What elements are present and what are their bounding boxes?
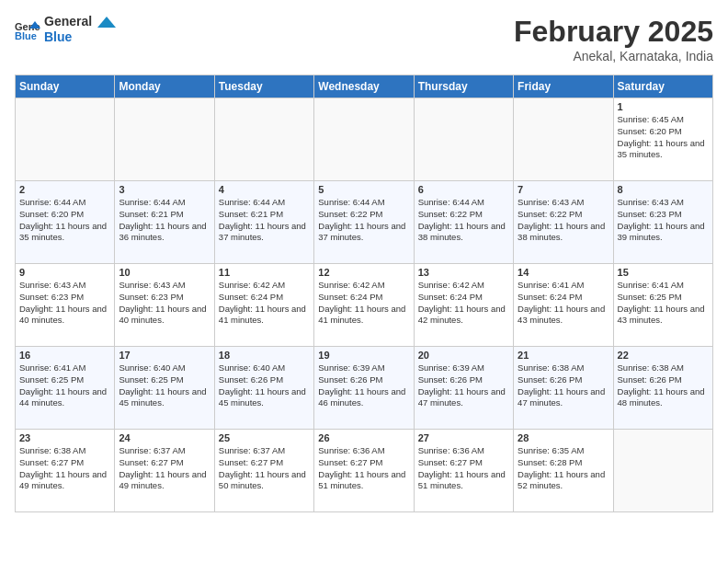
calendar-cell: 17Sunrise: 6:40 AM Sunset: 6:25 PM Dayli…	[115, 347, 214, 430]
logo-icon: General Blue	[15, 19, 40, 41]
column-header-monday: Monday	[115, 75, 214, 98]
calendar-cell: 15Sunrise: 6:41 AM Sunset: 6:25 PM Dayli…	[613, 264, 712, 347]
day-info: Sunrise: 6:42 AM Sunset: 6:24 PM Dayligh…	[219, 280, 310, 327]
day-number: 15	[618, 267, 709, 278]
calendar-cell	[414, 98, 513, 181]
day-info: Sunrise: 6:45 AM Sunset: 6:20 PM Dayligh…	[618, 114, 709, 161]
calendar-cell: 5Sunrise: 6:44 AM Sunset: 6:22 PM Daylig…	[314, 181, 414, 264]
day-number: 21	[518, 350, 609, 361]
calendar-cell	[115, 98, 214, 181]
calendar-cell: 11Sunrise: 6:42 AM Sunset: 6:24 PM Dayli…	[214, 264, 313, 347]
day-info: Sunrise: 6:44 AM Sunset: 6:22 PM Dayligh…	[318, 197, 409, 244]
calendar-week-row: 23Sunrise: 6:38 AM Sunset: 6:27 PM Dayli…	[16, 430, 713, 512]
calendar-cell: 8Sunrise: 6:43 AM Sunset: 6:23 PM Daylig…	[613, 181, 712, 264]
day-number: 23	[19, 432, 110, 443]
day-number: 11	[219, 267, 310, 278]
day-info: Sunrise: 6:40 AM Sunset: 6:26 PM Dayligh…	[219, 362, 310, 409]
day-info: Sunrise: 6:36 AM Sunset: 6:27 PM Dayligh…	[418, 445, 509, 492]
day-info: Sunrise: 6:37 AM Sunset: 6:27 PM Dayligh…	[119, 445, 210, 492]
calendar-cell	[314, 98, 414, 181]
calendar-cell: 23Sunrise: 6:38 AM Sunset: 6:27 PM Dayli…	[16, 430, 115, 512]
day-info: Sunrise: 6:38 AM Sunset: 6:26 PM Dayligh…	[518, 362, 609, 409]
day-number: 2	[19, 184, 110, 195]
calendar-cell: 18Sunrise: 6:40 AM Sunset: 6:26 PM Dayli…	[214, 347, 313, 430]
day-number: 17	[119, 350, 210, 361]
column-header-thursday: Thursday	[414, 75, 513, 98]
calendar-cell	[214, 98, 313, 181]
calendar-cell: 21Sunrise: 6:38 AM Sunset: 6:26 PM Dayli…	[514, 347, 613, 430]
title-area: February 2025 Anekal, Karnataka, India	[514, 15, 713, 63]
calendar-cell: 24Sunrise: 6:37 AM Sunset: 6:27 PM Dayli…	[115, 430, 214, 512]
day-number: 25	[219, 432, 310, 443]
day-number: 4	[219, 184, 310, 195]
day-info: Sunrise: 6:36 AM Sunset: 6:27 PM Dayligh…	[318, 445, 409, 492]
day-info: Sunrise: 6:44 AM Sunset: 6:22 PM Dayligh…	[418, 197, 509, 244]
day-info: Sunrise: 6:41 AM Sunset: 6:24 PM Dayligh…	[518, 280, 609, 327]
calendar-cell	[613, 430, 712, 512]
column-header-wednesday: Wednesday	[314, 75, 414, 98]
svg-text:Blue: Blue	[15, 30, 37, 41]
calendar-cell	[16, 98, 115, 181]
calendar-week-row: 9Sunrise: 6:43 AM Sunset: 6:23 PM Daylig…	[16, 264, 713, 347]
page-header: General Blue General Blue February 2025 …	[15, 15, 713, 63]
logo-arrow-icon	[97, 17, 116, 35]
day-info: Sunrise: 6:37 AM Sunset: 6:27 PM Dayligh…	[219, 445, 310, 492]
day-number: 10	[119, 267, 210, 278]
day-info: Sunrise: 6:41 AM Sunset: 6:25 PM Dayligh…	[19, 362, 110, 409]
day-number: 27	[418, 432, 509, 443]
column-header-sunday: Sunday	[16, 75, 115, 98]
calendar-title: February 2025	[514, 15, 713, 49]
day-number: 8	[618, 184, 709, 195]
calendar-cell: 9Sunrise: 6:43 AM Sunset: 6:23 PM Daylig…	[16, 264, 115, 347]
logo: General Blue General Blue	[15, 15, 116, 45]
day-number: 28	[518, 432, 609, 443]
day-number: 7	[518, 184, 609, 195]
calendar-cell: 7Sunrise: 6:43 AM Sunset: 6:22 PM Daylig…	[514, 181, 613, 264]
day-info: Sunrise: 6:43 AM Sunset: 6:22 PM Dayligh…	[518, 197, 609, 244]
day-info: Sunrise: 6:41 AM Sunset: 6:25 PM Dayligh…	[618, 280, 709, 327]
calendar-cell: 22Sunrise: 6:38 AM Sunset: 6:26 PM Dayli…	[613, 347, 712, 430]
calendar-cell: 12Sunrise: 6:42 AM Sunset: 6:24 PM Dayli…	[314, 264, 414, 347]
day-number: 20	[418, 350, 509, 361]
calendar-cell: 13Sunrise: 6:42 AM Sunset: 6:24 PM Dayli…	[414, 264, 513, 347]
day-number: 24	[119, 432, 210, 443]
day-number: 1	[618, 101, 709, 112]
svg-marker-3	[97, 17, 116, 28]
calendar-week-row: 1Sunrise: 6:45 AM Sunset: 6:20 PM Daylig…	[16, 98, 713, 181]
day-number: 14	[518, 267, 609, 278]
calendar-cell: 20Sunrise: 6:39 AM Sunset: 6:26 PM Dayli…	[414, 347, 513, 430]
day-info: Sunrise: 6:43 AM Sunset: 6:23 PM Dayligh…	[19, 280, 110, 327]
calendar-cell	[514, 98, 613, 181]
day-info: Sunrise: 6:43 AM Sunset: 6:23 PM Dayligh…	[119, 280, 210, 327]
day-info: Sunrise: 6:40 AM Sunset: 6:25 PM Dayligh…	[119, 362, 210, 409]
day-number: 9	[19, 267, 110, 278]
calendar-table: SundayMondayTuesdayWednesdayThursdayFrid…	[15, 75, 713, 512]
calendar-cell: 16Sunrise: 6:41 AM Sunset: 6:25 PM Dayli…	[16, 347, 115, 430]
day-number: 12	[318, 267, 409, 278]
day-info: Sunrise: 6:43 AM Sunset: 6:23 PM Dayligh…	[618, 197, 709, 244]
calendar-week-row: 16Sunrise: 6:41 AM Sunset: 6:25 PM Dayli…	[16, 347, 713, 430]
day-info: Sunrise: 6:39 AM Sunset: 6:26 PM Dayligh…	[318, 362, 409, 409]
calendar-subtitle: Anekal, Karnataka, India	[514, 49, 713, 63]
day-info: Sunrise: 6:42 AM Sunset: 6:24 PM Dayligh…	[418, 280, 509, 327]
day-number: 13	[418, 267, 509, 278]
day-info: Sunrise: 6:42 AM Sunset: 6:24 PM Dayligh…	[318, 280, 409, 327]
column-header-saturday: Saturday	[613, 75, 712, 98]
day-number: 22	[618, 350, 709, 361]
day-info: Sunrise: 6:35 AM Sunset: 6:28 PM Dayligh…	[518, 445, 609, 492]
day-number: 18	[219, 350, 310, 361]
calendar-cell: 1Sunrise: 6:45 AM Sunset: 6:20 PM Daylig…	[613, 98, 712, 181]
day-number: 3	[119, 184, 210, 195]
day-number: 26	[318, 432, 409, 443]
day-info: Sunrise: 6:39 AM Sunset: 6:26 PM Dayligh…	[418, 362, 509, 409]
column-header-tuesday: Tuesday	[214, 75, 313, 98]
calendar-cell: 25Sunrise: 6:37 AM Sunset: 6:27 PM Dayli…	[214, 430, 313, 512]
calendar-cell: 19Sunrise: 6:39 AM Sunset: 6:26 PM Dayli…	[314, 347, 414, 430]
day-info: Sunrise: 6:44 AM Sunset: 6:20 PM Dayligh…	[19, 197, 110, 244]
logo-general: General	[44, 14, 92, 29]
calendar-cell: 2Sunrise: 6:44 AM Sunset: 6:20 PM Daylig…	[16, 181, 115, 264]
calendar-cell: 6Sunrise: 6:44 AM Sunset: 6:22 PM Daylig…	[414, 181, 513, 264]
day-info: Sunrise: 6:44 AM Sunset: 6:21 PM Dayligh…	[119, 197, 210, 244]
column-header-friday: Friday	[514, 75, 613, 98]
logo-blue: Blue	[44, 29, 72, 44]
